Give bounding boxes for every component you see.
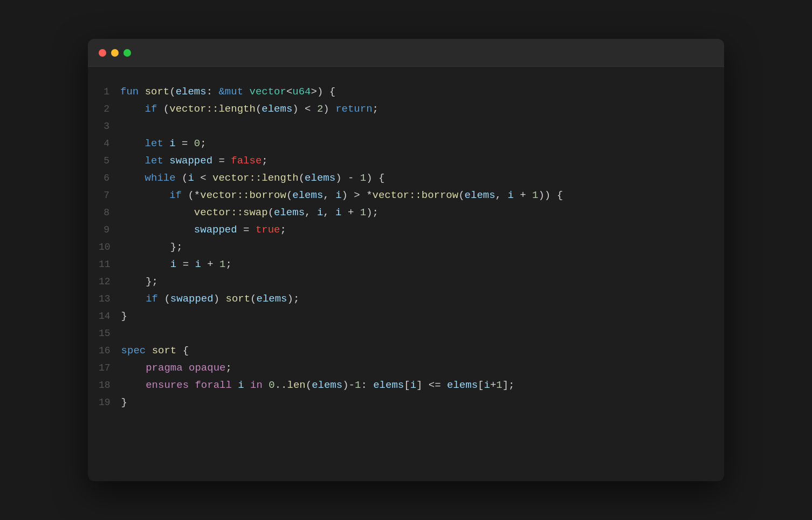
line-number: 14	[99, 307, 121, 325]
line-number: 7	[99, 187, 120, 204]
line-content: spec sort {	[121, 342, 189, 359]
editor-window: 1 fun sort(elems: &mut vector<u64>) { 2 …	[88, 39, 724, 481]
code-line: 3	[99, 118, 713, 135]
line-content: if (*vector::borrow(elems, i) > *vector:…	[120, 187, 563, 204]
titlebar	[88, 39, 724, 67]
line-content: };	[121, 273, 158, 290]
line-number: 3	[99, 118, 120, 135]
line-content: pragma opaque;	[121, 359, 232, 377]
code-line: 7 if (*vector::borrow(elems, i) > *vecto…	[99, 187, 713, 204]
code-line: 4 let i = 0;	[99, 135, 713, 152]
line-content: if (vector::length(elems) < 2) return;	[120, 100, 379, 118]
line-content: let i = 0;	[120, 135, 207, 152]
line-content: let swapped = false;	[120, 152, 268, 169]
code-line: 8 vector::swap(elems, i, i + 1);	[99, 204, 713, 221]
line-number: 9	[99, 221, 120, 238]
line-number: 16	[99, 342, 121, 359]
line-number: 19	[99, 394, 121, 411]
code-line: 13 if (swapped) sort(elems);	[99, 290, 713, 307]
line-number: 8	[99, 204, 120, 221]
line-content: if (swapped) sort(elems);	[121, 290, 300, 307]
code-editor[interactable]: 1 fun sort(elems: &mut vector<u64>) { 2 …	[88, 67, 724, 481]
line-number: 5	[99, 152, 120, 169]
line-number: 15	[99, 325, 121, 342]
code-line: 9 swapped = true;	[99, 221, 713, 238]
line-content	[121, 325, 127, 342]
line-number: 1	[99, 83, 120, 100]
line-number: 4	[99, 135, 120, 152]
line-content: }	[121, 394, 127, 411]
line-number: 18	[99, 377, 121, 394]
maximize-button[interactable]	[123, 49, 131, 57]
code-line: 2 if (vector::length(elems) < 2) return;	[99, 100, 713, 118]
code-line: 18 ensures forall i in 0..len(elems)-1: …	[99, 377, 713, 394]
line-number: 11	[99, 256, 121, 273]
line-content: };	[121, 238, 183, 256]
close-button[interactable]	[99, 49, 106, 57]
minimize-button[interactable]	[111, 49, 119, 57]
line-number: 17	[99, 359, 121, 377]
line-number: 12	[99, 273, 121, 290]
code-line: 5 let swapped = false;	[99, 152, 713, 169]
code-line: 15	[99, 325, 713, 342]
line-content: vector::swap(elems, i, i + 1);	[120, 204, 379, 221]
line-number: 6	[99, 169, 120, 187]
code-line: 6 while (i < vector::length(elems) - 1) …	[99, 169, 713, 187]
code-line: 17 pragma opaque;	[99, 359, 713, 377]
code-line: 12 };	[99, 273, 713, 290]
code-line: 1 fun sort(elems: &mut vector<u64>) {	[99, 83, 713, 100]
line-content: ensures forall i in 0..len(elems)-1: ele…	[121, 377, 515, 394]
line-content: while (i < vector::length(elems) - 1) {	[120, 169, 384, 187]
code-line: 16 spec sort {	[99, 342, 713, 359]
line-number: 10	[99, 238, 121, 256]
line-number: 2	[99, 100, 120, 118]
line-content: i = i + 1;	[121, 256, 232, 273]
code-line: 11 i = i + 1;	[99, 256, 713, 273]
line-content	[120, 118, 126, 135]
line-number: 13	[99, 290, 121, 307]
line-content: swapped = true;	[120, 221, 286, 238]
line-content: fun sort(elems: &mut vector<u64>) {	[120, 83, 335, 100]
line-content: }	[121, 307, 127, 325]
code-line: 10 };	[99, 238, 713, 256]
traffic-lights	[99, 49, 131, 57]
code-line: 19 }	[99, 394, 713, 411]
code-line: 14 }	[99, 307, 713, 325]
